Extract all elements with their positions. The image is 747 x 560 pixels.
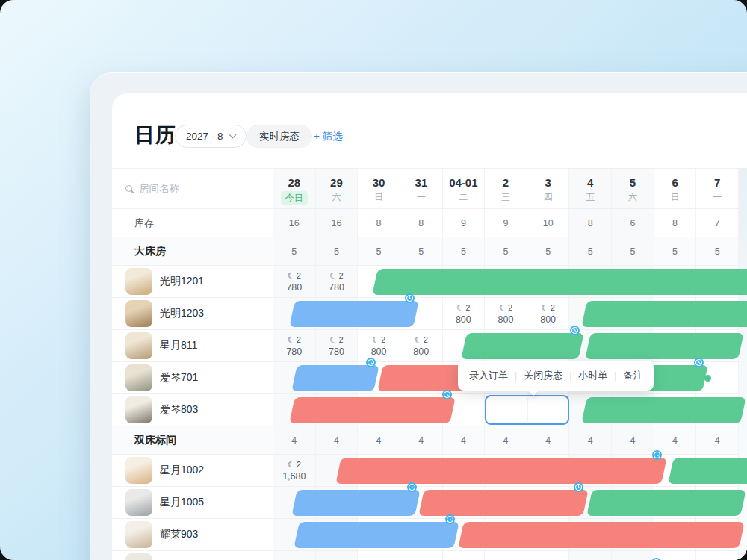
calendar-cell[interactable]: 5 xyxy=(316,237,359,265)
calendar-cell[interactable] xyxy=(569,551,612,560)
calendar-cell[interactable]: 5 xyxy=(358,237,400,265)
calendar-cell[interactable]: 4 xyxy=(358,426,400,454)
calendar-cell[interactable]: 8 xyxy=(569,209,612,237)
room-list-item[interactable]: 星月811 xyxy=(112,330,273,361)
calendar-cell[interactable]: 4 xyxy=(443,426,486,454)
price-cell[interactable]: ☾ 2780 xyxy=(316,330,359,361)
context-menu-item[interactable]: 备注 xyxy=(623,369,642,382)
date-column-header: 31一 xyxy=(400,169,443,208)
clock-badge-icon[interactable] xyxy=(694,358,704,367)
booking-bar-green[interactable] xyxy=(586,490,746,516)
booking-bar-green[interactable] xyxy=(372,269,747,295)
clock-badge-icon[interactable] xyxy=(366,358,376,367)
price-cell[interactable]: ☾ 2780 xyxy=(316,266,359,297)
booking-bar-green[interactable] xyxy=(585,333,743,359)
bar-drag-handle[interactable] xyxy=(704,375,711,382)
calendar-cell[interactable]: 4 xyxy=(569,426,612,454)
price-cell[interactable]: ☾ 2800 xyxy=(443,298,486,329)
booking-bar-red[interactable] xyxy=(335,458,666,484)
calendar-cell[interactable]: 4 xyxy=(612,426,654,454)
calendar-cell[interactable] xyxy=(400,551,443,560)
calendar-cell[interactable]: 5 xyxy=(400,237,443,265)
clock-badge-icon[interactable] xyxy=(407,482,417,492)
partial-row xyxy=(112,551,747,560)
booking-bar-green[interactable] xyxy=(461,333,583,359)
calendar-cell[interactable] xyxy=(443,551,486,560)
calendar-cell[interactable] xyxy=(316,551,359,560)
room-list-item[interactable]: 爱琴803 xyxy=(112,394,273,426)
date-number: 30 xyxy=(358,176,400,189)
search-input[interactable]: 房间名称 xyxy=(112,169,273,208)
calendar-cell[interactable]: 5 xyxy=(612,237,654,265)
calendar-cell[interactable]: 8 xyxy=(400,209,443,237)
date-number: 28 xyxy=(273,176,315,189)
calendar-cell[interactable]: 4 xyxy=(316,426,359,454)
selected-cell-range[interactable] xyxy=(485,395,569,425)
clock-badge-icon[interactable] xyxy=(570,326,580,335)
month-selector[interactable]: 2027 - 8 xyxy=(175,125,247,148)
calendar-cell[interactable]: 5 xyxy=(443,237,486,265)
room-list-item[interactable]: 星月1002 xyxy=(112,455,273,486)
calendar-cell[interactable]: 8 xyxy=(654,209,697,237)
clock-badge-icon[interactable] xyxy=(652,450,662,460)
calendar-cell[interactable]: 6 xyxy=(612,209,654,237)
booking-bar-blue[interactable] xyxy=(294,522,459,548)
room-list-item[interactable]: 耀莱903 xyxy=(112,519,273,550)
booking-bar-green[interactable] xyxy=(581,301,747,327)
context-menu-item[interactable]: 小时单 xyxy=(578,369,607,382)
clock-badge-icon[interactable] xyxy=(574,482,583,492)
booking-bar-blue[interactable] xyxy=(292,365,380,391)
clock-badge-icon[interactable] xyxy=(405,293,415,303)
calendar-cell[interactable]: 4 xyxy=(485,426,527,454)
room-list-item[interactable]: 光明1201 xyxy=(112,266,273,297)
price-cell[interactable]: ☾ 2780 xyxy=(273,330,316,361)
price-cell[interactable]: ☾ 2800 xyxy=(485,298,527,329)
calendar-cell[interactable]: 5 xyxy=(273,237,316,265)
calendar-cell[interactable]: 4 xyxy=(696,426,739,454)
calendar-cell[interactable]: 16 xyxy=(316,209,359,237)
calendar-cell[interactable]: 5 xyxy=(569,237,612,265)
calendar-cell[interactable]: 5 xyxy=(696,237,739,265)
room-list-item[interactable]: 光明1203 xyxy=(112,298,273,329)
booking-bar-red[interactable] xyxy=(418,490,588,516)
calendar-cell[interactable]: 9 xyxy=(485,209,527,237)
calendar-cell[interactable]: 7 xyxy=(696,209,739,237)
booking-bar-red[interactable] xyxy=(458,522,745,548)
calendar-cell[interactable] xyxy=(696,551,739,560)
clock-badge-icon[interactable] xyxy=(445,514,455,524)
clock-badge-icon[interactable] xyxy=(442,390,452,399)
room-row: 星月1005 xyxy=(112,487,747,519)
booking-bar-red[interactable] xyxy=(290,397,456,423)
price-cell[interactable]: ☾ 2800 xyxy=(527,298,570,329)
calendar-cell[interactable]: 4 xyxy=(527,426,570,454)
price-cell[interactable]: ☾ 2800 xyxy=(400,330,443,361)
calendar-cell[interactable] xyxy=(527,551,570,560)
calendar-cell[interactable]: 10 xyxy=(527,209,570,237)
booking-bar-blue[interactable] xyxy=(290,301,419,327)
context-menu-item[interactable]: 关闭房态 xyxy=(524,369,562,382)
calendar-cell[interactable]: 5 xyxy=(485,237,527,265)
calendar-cell[interactable]: 16 xyxy=(273,209,316,237)
room-list-item[interactable]: 爱琴701 xyxy=(112,362,273,393)
price-cell[interactable]: ☾ 21,680 xyxy=(273,455,316,486)
calendar-cell[interactable]: 4 xyxy=(400,426,443,454)
calendar-cell[interactable] xyxy=(358,551,400,560)
calendar-cell[interactable] xyxy=(485,551,527,560)
filter-link[interactable]: + 筛选 xyxy=(314,130,343,143)
context-menu-item[interactable]: 录入订单 xyxy=(469,369,508,382)
booking-bar-green[interactable] xyxy=(581,397,746,423)
price-cell[interactable]: ☾ 2780 xyxy=(273,266,316,297)
calendar-cell[interactable]: 8 xyxy=(358,209,400,237)
calendar-cell[interactable]: 4 xyxy=(273,426,316,454)
price-cell[interactable]: ☾ 2800 xyxy=(358,330,400,361)
cell-value: 5 xyxy=(654,246,696,256)
calendar-cell[interactable] xyxy=(273,551,316,560)
calendar-cell[interactable] xyxy=(612,551,654,560)
room-list-item[interactable]: 星月1005 xyxy=(112,487,273,518)
calendar-cell[interactable]: 9 xyxy=(443,209,486,237)
booking-bar-blue[interactable] xyxy=(292,490,421,516)
booking-bar-green[interactable] xyxy=(669,458,747,484)
realtime-status-button[interactable]: 实时房态 xyxy=(247,125,312,148)
calendar-cell[interactable]: 5 xyxy=(654,237,697,265)
calendar-cell[interactable]: 5 xyxy=(527,237,570,265)
